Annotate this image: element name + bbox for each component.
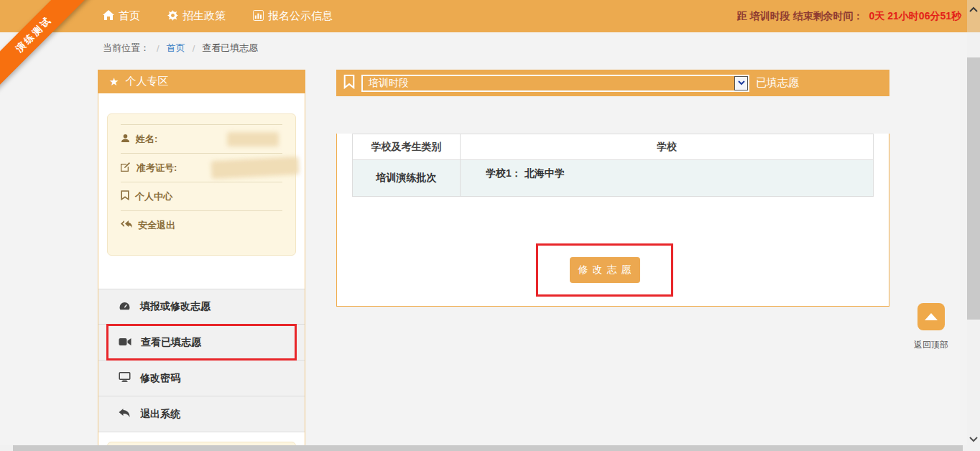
- main-nav: 首页 招生政策 报名公示信息: [103, 0, 333, 32]
- countdown-timer: 距 培训时段 结束剩余时间： 0天 21小时06分51秒: [737, 0, 961, 32]
- dashboard-icon: [119, 301, 131, 313]
- highlight-box-button: 修改志愿: [536, 243, 673, 297]
- safe-logout-label: 安全退出: [138, 219, 175, 232]
- page: 首页 招生政策 报名公示信息 距 培训时段 结束剩余时间： 0天 21小时06分…: [0, 0, 980, 451]
- star-icon: ★: [109, 76, 119, 87]
- scroll-down-icon[interactable]: [969, 432, 978, 445]
- nav-item-home[interactable]: 首页: [103, 9, 140, 23]
- horizontal-scrollbar-thumb[interactable]: [13, 445, 963, 451]
- menu-label: 退出系统: [140, 408, 180, 421]
- home-icon: [103, 10, 114, 23]
- filled-preferences-panel: 培训时段 已填志愿 学校及考生类别 学校 培训演练批次 学校1： 北海中学 修改…: [336, 70, 889, 307]
- table-header-row: 学校及考生类别 学校: [353, 134, 873, 160]
- breadcrumb-separator: /: [157, 43, 160, 54]
- desktop-icon: [119, 372, 131, 384]
- countdown-value: 0天 21小时06分51秒: [869, 10, 961, 23]
- countdown-label: 距 培训时段 结束剩余时间：: [737, 10, 864, 23]
- redacted-name-value: [227, 132, 279, 147]
- bar-chart-icon: [253, 10, 264, 23]
- gear-icon: [167, 10, 178, 23]
- training-period-select[interactable]: 培训时段: [361, 75, 749, 92]
- edit-icon: [121, 162, 131, 174]
- person-icon: [121, 134, 130, 145]
- exam-no-label: 准考证号:: [137, 162, 177, 175]
- bookmark-outline-icon: [343, 74, 355, 92]
- reply-icon: [119, 409, 131, 420]
- panel-body: 学校及考生类别 学校 培训演练批次 学校1： 北海中学 修改志愿: [336, 134, 889, 307]
- profile-panel: 姓名: 准考证号: 个人中心: [107, 113, 296, 256]
- sidebar-menu: 填报或修改志愿 查看已填志愿 修改密码: [98, 289, 305, 432]
- breadcrumb-separator: /: [193, 43, 195, 54]
- nav-label-public-info: 报名公示信息: [268, 9, 333, 23]
- up-triangle-icon: [925, 313, 938, 320]
- name-label: 姓名:: [136, 133, 157, 146]
- menu-item-fill-or-modify[interactable]: 填报或修改志愿: [98, 289, 305, 325]
- personal-center-link[interactable]: 个人中心: [121, 182, 282, 210]
- cell-batch-category: 培训演练批次: [353, 160, 461, 196]
- nav-item-public-info[interactable]: 报名公示信息: [253, 9, 333, 23]
- top-header-bar: 首页 招生政策 报名公示信息 距 培训时段 结束剩余时间： 0天 21小时06分…: [0, 0, 980, 32]
- nav-label-home: 首页: [119, 9, 140, 23]
- vertical-scrollbar-thumb[interactable]: [967, 57, 980, 320]
- breadcrumb-prefix: 当前位置：: [103, 42, 149, 55]
- video-camera-icon: [119, 337, 131, 348]
- menu-item-view-filled[interactable]: 查看已填志愿: [98, 325, 305, 361]
- panel-title: 已填志愿: [756, 76, 799, 90]
- sidebar-title: 个人专区: [125, 75, 168, 88]
- sidebar-header: ★ 个人专区: [98, 70, 305, 93]
- back-to-top-button[interactable]: [917, 303, 945, 330]
- cell-school-value: 学校1： 北海中学: [461, 160, 873, 196]
- vertical-scrollbar[interactable]: [967, 0, 980, 451]
- menu-label: 填报或修改志愿: [140, 300, 211, 313]
- menu-label: 修改密码: [140, 372, 180, 385]
- modify-preferences-button[interactable]: 修改志愿: [570, 257, 640, 283]
- col-header-category: 学校及考生类别: [353, 134, 461, 159]
- breadcrumb: 当前位置： / 首页 / 查看已填志愿: [103, 42, 258, 55]
- profile-exam-row: 准考证号:: [121, 153, 282, 182]
- preferences-table: 学校及考生类别 学校 培训演练批次 学校1： 北海中学: [352, 134, 874, 197]
- menu-item-exit-system[interactable]: 退出系统: [98, 396, 305, 432]
- select-dropdown-arrow[interactable]: [734, 76, 748, 90]
- sidebar-body: 姓名: 准考证号: 个人中心: [98, 93, 305, 451]
- personal-center-label: 个人中心: [135, 190, 172, 203]
- redacted-exam-no-value: [211, 157, 299, 179]
- highlight-box-menu: [106, 324, 297, 361]
- sidebar: ★ 个人专区 姓名: 准考证号:: [98, 70, 305, 451]
- horizontal-scrollbar[interactable]: [0, 445, 967, 451]
- breadcrumb-current: 查看已填志愿: [202, 42, 258, 55]
- col-header-school: 学校: [461, 134, 873, 159]
- back-to-top: 返回顶部: [913, 303, 949, 351]
- safe-logout-link[interactable]: 安全退出: [121, 210, 282, 239]
- breadcrumb-home-link[interactable]: 首页: [167, 42, 185, 55]
- scroll-up-icon[interactable]: [969, 3, 978, 16]
- menu-item-change-password[interactable]: 修改密码: [98, 361, 305, 396]
- bookmark-icon: [121, 190, 129, 203]
- nav-label-policy: 招生政策: [182, 9, 226, 23]
- panel-header: 培训时段 已填志愿: [336, 70, 889, 96]
- nav-item-policy[interactable]: 招生政策: [167, 9, 226, 23]
- select-value: 培训时段: [369, 77, 409, 90]
- reply-all-icon: [121, 220, 132, 231]
- profile-name-row: 姓名:: [121, 124, 282, 153]
- table-row: 培训演练批次 学校1： 北海中学: [353, 160, 873, 196]
- back-to-top-label: 返回顶部: [913, 339, 949, 351]
- menu-label: 查看已填志愿: [141, 336, 201, 349]
